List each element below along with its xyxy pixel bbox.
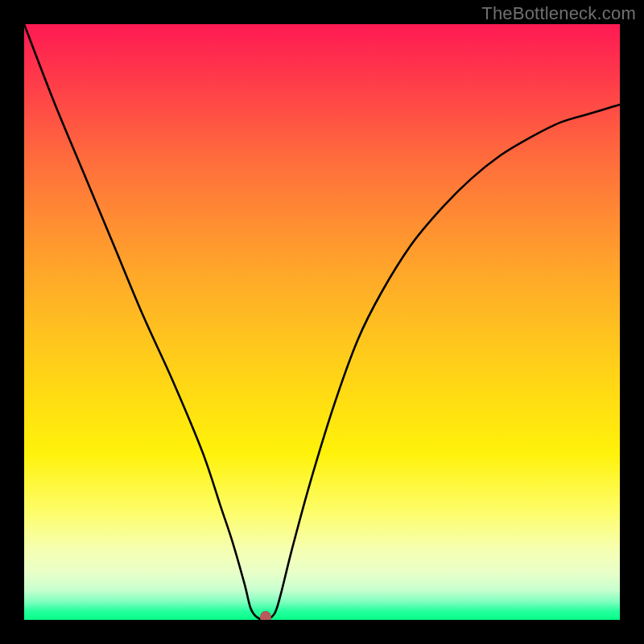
bottleneck-curve [24,24,620,620]
chart-frame: TheBottleneck.com [0,0,644,644]
watermark-text: TheBottleneck.com [481,3,636,24]
plot-area [24,24,620,620]
minimum-marker [260,611,271,620]
